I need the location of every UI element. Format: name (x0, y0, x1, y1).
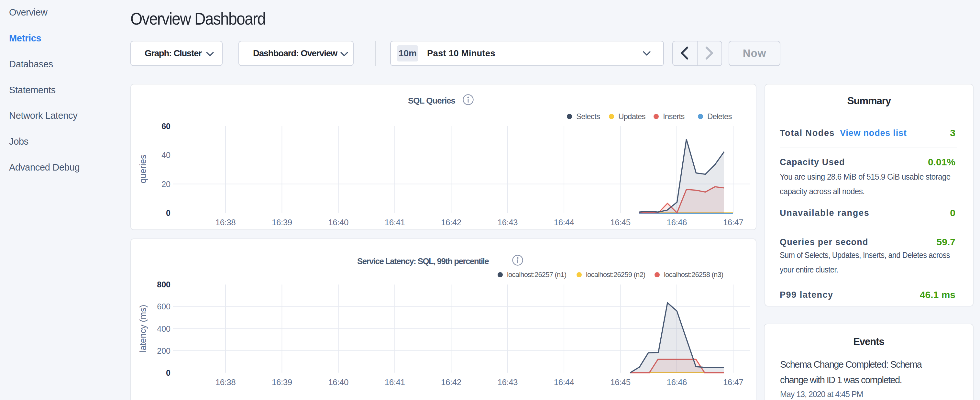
svg-text:16:45: 16:45 (610, 377, 631, 387)
svg-text:16:42: 16:42 (441, 377, 461, 387)
svg-text:16:38: 16:38 (215, 377, 236, 387)
svg-text:800: 800 (157, 280, 170, 289)
svg-text:16:45: 16:45 (610, 217, 631, 227)
svg-text:16:47: 16:47 (723, 217, 743, 227)
svg-text:0: 0 (166, 209, 170, 217)
svg-text:20: 20 (161, 180, 170, 189)
svg-text:16:41: 16:41 (385, 377, 405, 387)
svg-text:400: 400 (157, 324, 170, 333)
svg-text:0: 0 (166, 368, 170, 377)
svg-text:16:44: 16:44 (554, 377, 574, 387)
svg-text:16:46: 16:46 (667, 377, 687, 387)
svg-text:200: 200 (157, 346, 170, 355)
svg-text:16:39: 16:39 (272, 377, 292, 387)
svg-text:16:43: 16:43 (498, 217, 518, 227)
svg-text:16:40: 16:40 (328, 377, 348, 387)
svg-text:600: 600 (157, 302, 170, 311)
svg-text:16:46: 16:46 (667, 217, 687, 227)
svg-text:queries: queries (138, 155, 148, 183)
svg-text:16:42: 16:42 (441, 217, 461, 227)
svg-text:16:44: 16:44 (554, 217, 574, 227)
svg-text:16:43: 16:43 (498, 377, 518, 387)
svg-text:16:38: 16:38 (215, 217, 236, 227)
svg-text:16:39: 16:39 (272, 217, 292, 227)
svg-text:16:47: 16:47 (723, 377, 743, 387)
svg-text:40: 40 (161, 150, 170, 159)
svg-text:16:41: 16:41 (385, 217, 405, 227)
svg-text:16:40: 16:40 (328, 217, 348, 227)
svg-text:60: 60 (161, 122, 170, 131)
svg-text:latency (ms): latency (ms) (138, 304, 148, 352)
